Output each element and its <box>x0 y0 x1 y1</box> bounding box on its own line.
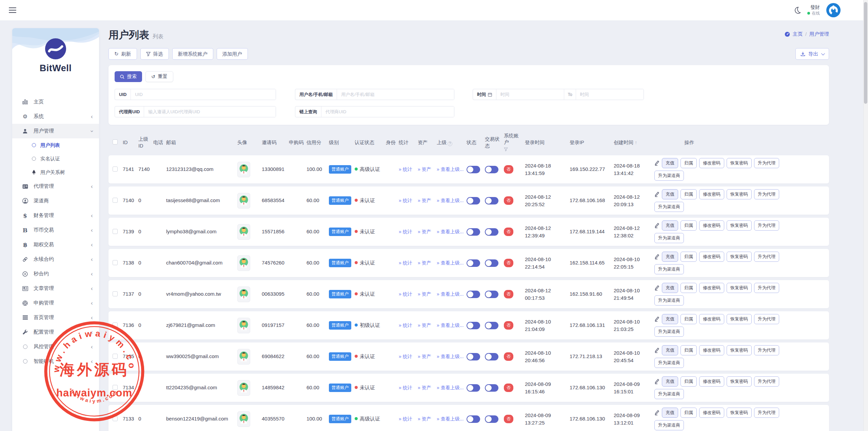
trade-status-toggle[interactable] <box>485 228 498 236</box>
row-checkbox[interactable] <box>113 198 118 203</box>
recharge-button[interactable]: 充值 <box>662 283 678 293</box>
view-parent-link[interactable]: » 查看上级... <box>437 416 467 423</box>
trade-status-toggle[interactable] <box>485 197 498 204</box>
status-toggle[interactable] <box>467 415 480 423</box>
stats-link[interactable]: » 统计 <box>399 291 418 298</box>
promote-agent-button[interactable]: 升为代理 <box>754 314 779 324</box>
promote-agent-button[interactable]: 升为代理 <box>754 376 779 387</box>
sidebar-subitem-user-list[interactable]: 用户列表 <box>12 138 99 152</box>
restore-password-button[interactable]: 恢复密码 <box>727 283 752 293</box>
sidebar-item-article[interactable]: 文章管理‹ <box>12 281 99 296</box>
promote-channel-button[interactable]: 升为渠道商 <box>654 233 684 243</box>
assets-link[interactable]: » 资产 <box>418 385 437 391</box>
status-toggle[interactable] <box>467 166 480 173</box>
sidebar-item-home[interactable]: 主页 <box>12 95 99 109</box>
ownership-button[interactable]: 归属 <box>680 376 697 387</box>
dark-mode-moon-icon[interactable] <box>793 6 801 14</box>
promote-channel-button[interactable]: 升为渠道商 <box>654 420 684 430</box>
recharge-button[interactable]: 充值 <box>662 408 678 418</box>
ownership-button[interactable]: 归属 <box>680 189 697 199</box>
recharge-button[interactable]: 充值 <box>662 314 678 324</box>
promote-channel-button[interactable]: 升为渠道商 <box>654 327 684 337</box>
edit-pencil-icon[interactable] <box>654 410 659 415</box>
recharge-button[interactable]: 充值 <box>662 220 678 231</box>
ownership-button[interactable]: 归属 <box>680 252 697 262</box>
time-end-input[interactable] <box>576 89 644 100</box>
time-start-input[interactable] <box>496 89 564 100</box>
status-toggle[interactable] <box>467 197 480 204</box>
stats-link[interactable]: » 统计 <box>399 197 418 204</box>
user-avatar-logo[interactable] <box>826 3 841 18</box>
trade-status-toggle[interactable] <box>485 291 498 298</box>
assets-link[interactable]: » 资产 <box>418 291 437 298</box>
status-toggle[interactable] <box>467 384 480 392</box>
search-button[interactable]: 搜索 <box>115 71 142 82</box>
trade-status-toggle[interactable] <box>485 259 498 267</box>
sidebar-item-agent-management[interactable]: 代理管理‹ <box>12 179 99 194</box>
status-toggle[interactable] <box>467 259 480 267</box>
trade-status-toggle[interactable] <box>485 384 498 392</box>
breadcrumb-current[interactable]: 用户管理 <box>809 31 829 37</box>
column-filter-icon[interactable] <box>504 148 508 151</box>
row-checkbox[interactable] <box>113 166 118 172</box>
promote-channel-button[interactable]: 升为渠道商 <box>654 389 684 399</box>
ownership-button[interactable]: 归属 <box>680 158 697 168</box>
status-toggle[interactable] <box>467 322 480 329</box>
recharge-button[interactable]: 充值 <box>662 158 678 168</box>
edit-pencil-icon[interactable] <box>654 285 659 291</box>
promote-channel-button[interactable]: 升为渠道商 <box>654 358 684 368</box>
restore-password-button[interactable]: 恢复密码 <box>727 220 752 231</box>
select-all-checkbox[interactable] <box>113 139 118 144</box>
ownership-button[interactable]: 归属 <box>680 408 697 418</box>
sidebar-subitem-realname-auth[interactable]: 实名认证 <box>12 152 99 165</box>
stats-link[interactable]: » 统计 <box>399 416 418 423</box>
view-parent-link[interactable]: » 查看上级... <box>437 166 467 173</box>
view-parent-link[interactable]: » 查看上级... <box>437 197 467 204</box>
ownership-button[interactable]: 归属 <box>680 345 697 355</box>
status-toggle[interactable] <box>467 291 480 298</box>
promote-agent-button[interactable]: 升为代理 <box>754 283 779 293</box>
trade-status-toggle[interactable] <box>485 166 498 173</box>
edit-pencil-icon[interactable] <box>654 254 659 259</box>
sidebar-item-risk-control[interactable]: 风控管理‹ <box>12 339 99 354</box>
trade-status-toggle[interactable] <box>485 415 498 423</box>
edit-pencil-icon[interactable] <box>654 316 659 322</box>
restore-password-button[interactable]: 恢复密码 <box>727 408 752 418</box>
ownership-button[interactable]: 归属 <box>680 314 697 324</box>
row-checkbox[interactable] <box>113 322 118 328</box>
row-checkbox[interactable] <box>113 229 118 234</box>
edit-pencil-icon[interactable] <box>654 192 659 197</box>
stats-link[interactable]: » 统计 <box>399 385 418 391</box>
sidebar-item-config[interactable]: 配置管理‹ <box>12 325 99 339</box>
username-input[interactable] <box>337 89 454 100</box>
promote-agent-button[interactable]: 升为代理 <box>754 345 779 355</box>
hamburger-menu-icon[interactable] <box>9 6 17 15</box>
sidebar-item-smart-miner[interactable]: 智能矿机‹ <box>12 354 99 369</box>
breadcrumb-home[interactable]: 主页 <box>793 31 803 37</box>
promote-channel-button[interactable]: 升为渠道商 <box>654 295 684 306</box>
sidebar-item-second-contract[interactable]: 秒合约‹ <box>12 267 99 281</box>
edit-pencil-icon[interactable] <box>654 223 659 228</box>
sidebar-item-finance[interactable]: $ 财务管理‹ <box>12 208 99 223</box>
restore-password-button[interactable]: 恢复密码 <box>727 345 752 355</box>
stats-link[interactable]: » 统计 <box>399 322 418 329</box>
restore-password-button[interactable]: 恢复密码 <box>727 314 752 324</box>
restore-password-button[interactable]: 恢复密码 <box>727 252 752 262</box>
status-toggle[interactable] <box>467 228 480 236</box>
change-password-button[interactable]: 修改密码 <box>699 220 724 231</box>
reset-button[interactable]: ↺重置 <box>145 71 173 82</box>
promote-agent-button[interactable]: 升为代理 <box>754 408 779 418</box>
trade-status-toggle[interactable] <box>485 322 498 329</box>
row-checkbox[interactable] <box>113 354 118 359</box>
row-checkbox[interactable] <box>113 385 118 390</box>
add-user-button[interactable]: 添加用户 <box>217 48 248 60</box>
change-password-button[interactable]: 修改密码 <box>699 345 724 355</box>
stats-link[interactable]: » 统计 <box>399 166 418 173</box>
refresh-button[interactable]: ↻刷新 <box>108 48 137 60</box>
sidebar-item-option-trade[interactable]: ฿ 期权交易‹ <box>12 237 99 252</box>
promote-agent-button[interactable]: 升为代理 <box>754 189 779 199</box>
recharge-button[interactable]: 充值 <box>662 376 678 387</box>
sidebar-item-homepage[interactable]: 首页管理‹ <box>12 310 99 325</box>
edit-pencil-icon[interactable] <box>654 379 659 384</box>
promote-channel-button[interactable]: 升为渠道商 <box>654 264 684 274</box>
